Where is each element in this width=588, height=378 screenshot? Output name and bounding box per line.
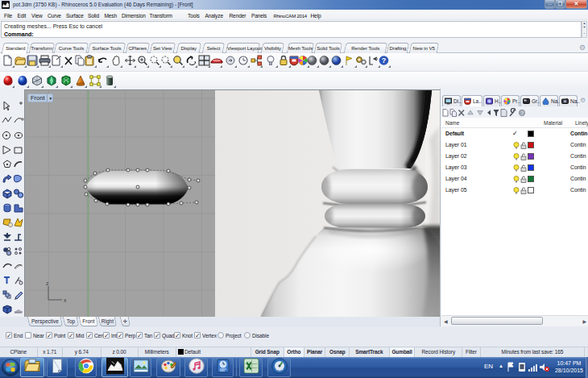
svg-text:?: ?	[520, 110, 524, 115]
svg-text:z: z	[46, 280, 49, 286]
svg-text:?: ?	[382, 56, 387, 64]
svg-text:x: x	[64, 297, 67, 303]
